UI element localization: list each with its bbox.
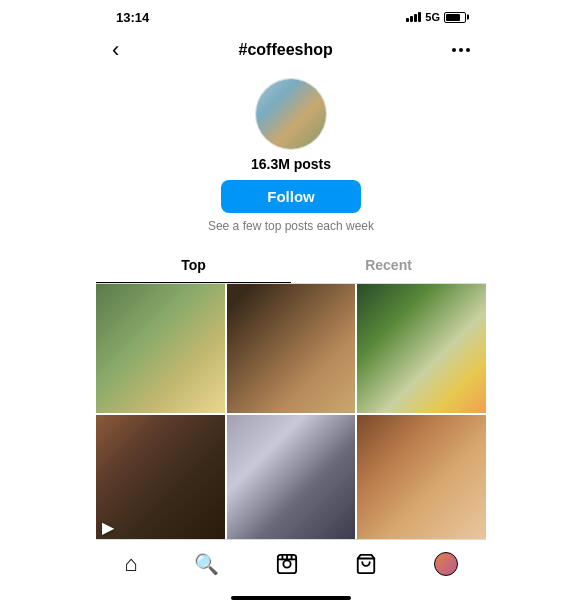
- grid-item-reel[interactable]: ▶: [96, 415, 225, 539]
- dot-2: [459, 48, 463, 52]
- battery-fill: [446, 14, 460, 21]
- shop-icon: [355, 553, 377, 575]
- network-type: 5G: [425, 11, 440, 23]
- tab-recent[interactable]: Recent: [291, 247, 486, 283]
- nav-home[interactable]: ⌂: [116, 549, 145, 579]
- grid-image-6: [357, 415, 486, 539]
- grid-image-2: [227, 284, 356, 413]
- posts-label: posts: [290, 156, 331, 172]
- home-icon: ⌂: [124, 553, 137, 575]
- reels-icon: [276, 553, 298, 575]
- tabs-container: Top Recent: [96, 247, 486, 284]
- nav-reels[interactable]: [268, 549, 306, 579]
- follow-button[interactable]: Follow: [221, 180, 361, 213]
- back-button[interactable]: ‹: [112, 39, 119, 61]
- svg-point-1: [283, 560, 290, 567]
- header: ‹ #coffeeshop: [96, 30, 486, 74]
- profile-section: 16.3M posts Follow See a few top posts e…: [96, 74, 486, 243]
- grid-item[interactable]: [357, 284, 486, 413]
- avatar: [255, 78, 327, 150]
- nav-search[interactable]: 🔍: [186, 550, 227, 578]
- grid-item[interactable]: [227, 415, 356, 539]
- profile-avatar: [434, 552, 458, 576]
- see-posts-text: See a few top posts each week: [208, 219, 374, 233]
- more-button[interactable]: [452, 48, 470, 52]
- grid-image-4: [96, 415, 225, 539]
- status-bar: 13:14 5G: [96, 0, 486, 30]
- grid-image-5: [227, 415, 356, 539]
- tab-top[interactable]: Top: [96, 247, 291, 283]
- posts-number: 16.3M: [251, 156, 290, 172]
- grid-image-1: [96, 284, 225, 413]
- grid-item[interactable]: [357, 415, 486, 539]
- search-icon: 🔍: [194, 554, 219, 574]
- reel-icon: ▶: [102, 518, 114, 537]
- home-indicator: [231, 596, 351, 600]
- avatar-image: [256, 79, 326, 149]
- dot-1: [452, 48, 456, 52]
- status-time: 13:14: [116, 10, 149, 25]
- battery-icon: [444, 12, 466, 23]
- status-icons: 5G: [406, 11, 466, 23]
- grid-item[interactable]: [227, 284, 356, 413]
- grid-container[interactable]: ▶ ⧉ COMMUNITY UPDATE GOOD MORNING, AS TH…: [96, 284, 486, 539]
- photo-grid: ▶ ⧉ COMMUNITY UPDATE GOOD MORNING, AS TH…: [96, 284, 486, 539]
- page-title: #coffeeshop: [239, 41, 333, 59]
- grid-item[interactable]: [96, 284, 225, 413]
- nav-shop[interactable]: [347, 549, 385, 579]
- dot-3: [466, 48, 470, 52]
- nav-profile[interactable]: [426, 548, 466, 580]
- posts-count: 16.3M posts: [251, 156, 331, 172]
- grid-image-3: [357, 284, 486, 413]
- phone-container: 13:14 5G ‹ #coffeeshop 1: [96, 0, 486, 600]
- nav-bar: ⌂ 🔍: [96, 539, 486, 592]
- signal-icon: [406, 12, 421, 22]
